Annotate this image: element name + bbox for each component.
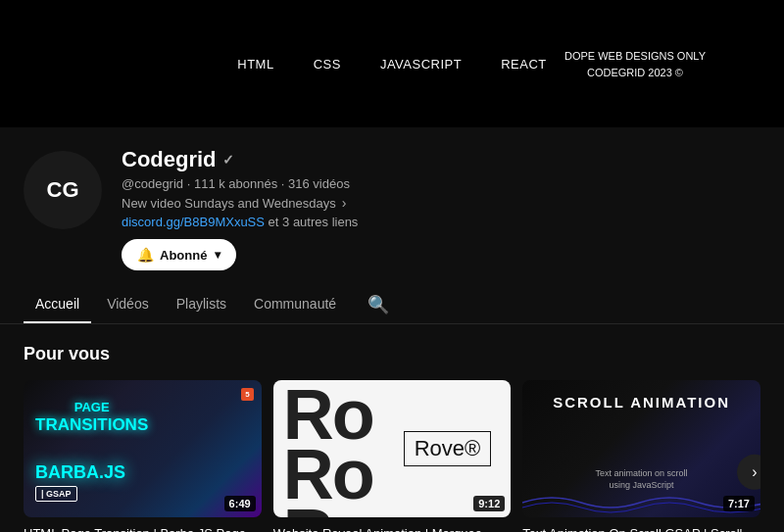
channel-info: Codegrid ✓ @codegrid · 111 k abonnés · 3…	[122, 147, 760, 270]
video-title-1: HTML Page Transition | Barba JS Page Tra…	[24, 525, 262, 532]
video-grid: 5 PAGE TRANSITIONS BARBA.JS | GSAP 6:49 …	[24, 380, 760, 532]
tab-playlists[interactable]: Playlists	[165, 286, 238, 323]
video-card-1[interactable]: 5 PAGE TRANSITIONS BARBA.JS | GSAP 6:49 …	[24, 380, 262, 532]
description-arrow-icon: ›	[342, 195, 347, 211]
rove-bg-text: RoRoRo	[283, 385, 373, 517]
main-content: Pour vous 5 PAGE TRANSITIONS BARBA.JS | …	[0, 324, 784, 532]
discord-link[interactable]: discord.gg/B8B9MXxuSS	[122, 215, 265, 229]
section-title: Pour vous	[24, 344, 760, 364]
verified-icon: ✓	[222, 152, 234, 168]
search-icon[interactable]: 🔍	[360, 286, 397, 323]
banner-nav-javascript[interactable]: JAVASCRIPT	[380, 57, 462, 72]
banner-nav-html[interactable]: HTML	[237, 57, 273, 72]
html5-badge: 5	[241, 388, 253, 401]
duration-badge-2: 9:12	[473, 496, 505, 511]
tab-communaute[interactable]: Communauté	[242, 286, 348, 323]
bell-icon: 🔔	[137, 247, 154, 263]
thumbnail-3: SCROLL ANIMATION Text animation on scrol…	[522, 380, 760, 517]
video-card-3[interactable]: SCROLL ANIMATION Text animation on scrol…	[522, 380, 760, 532]
page-transitions-text: PAGE TRANSITIONS	[35, 400, 148, 435]
duration-badge-3: 7:17	[723, 496, 755, 511]
barba-text: BARBA.JS	[35, 462, 125, 483]
banner-tagline: DOPE WEB DESIGNS ONLY CODEGRID 2023 ©	[564, 48, 706, 80]
rove-logo: Rove®	[404, 431, 492, 466]
gsap-badge: | GSAP	[35, 486, 77, 502]
banner-nav-css[interactable]: CSS	[314, 57, 341, 72]
channel-header: CG Codegrid ✓ @codegrid · 111 k abonnés …	[0, 127, 784, 286]
channel-description[interactable]: New video Sundays and Wednesdays ›	[122, 195, 760, 211]
channel-tabs: Accueil Vidéos Playlists Communauté 🔍	[0, 286, 784, 324]
subscribe-chevron-icon: ▾	[215, 248, 220, 262]
tab-videos[interactable]: Vidéos	[95, 286, 161, 323]
video-title-3: Text Animation On Scroll GSAP | Scroll A…	[522, 525, 760, 532]
tab-accueil[interactable]: Accueil	[24, 286, 91, 323]
channel-meta: @codegrid · 111 k abonnés · 316 vidéos	[122, 176, 760, 191]
channel-name: Codegrid ✓	[122, 147, 760, 172]
video-title-2: Website Reveal Animation | Marquee Anima…	[273, 525, 512, 532]
thumbnail-1: 5 PAGE TRANSITIONS BARBA.JS | GSAP 6:49	[24, 380, 262, 517]
channel-banner: HTML CSS JAVASCRIPT REACT DOPE WEB DESIG…	[0, 0, 784, 127]
banner-nav-react[interactable]: REACT	[501, 57, 547, 72]
duration-badge-1: 6:49	[224, 496, 256, 511]
video-card-2[interactable]: RoRoRo Rove® 9:12 Website Reveal Animati…	[273, 380, 512, 532]
avatar: CG	[24, 151, 102, 229]
scroll-animation-title: SCROLL ANIMATION	[522, 394, 760, 411]
thumbnail-2: RoRoRo Rove® 9:12	[273, 380, 512, 517]
banner-nav: HTML CSS JAVASCRIPT REACT	[237, 57, 546, 72]
subscribe-button[interactable]: 🔔 Abonné ▾	[122, 239, 236, 270]
channel-links: discord.gg/B8B9MXxuSS et 3 autres liens	[122, 215, 760, 229]
